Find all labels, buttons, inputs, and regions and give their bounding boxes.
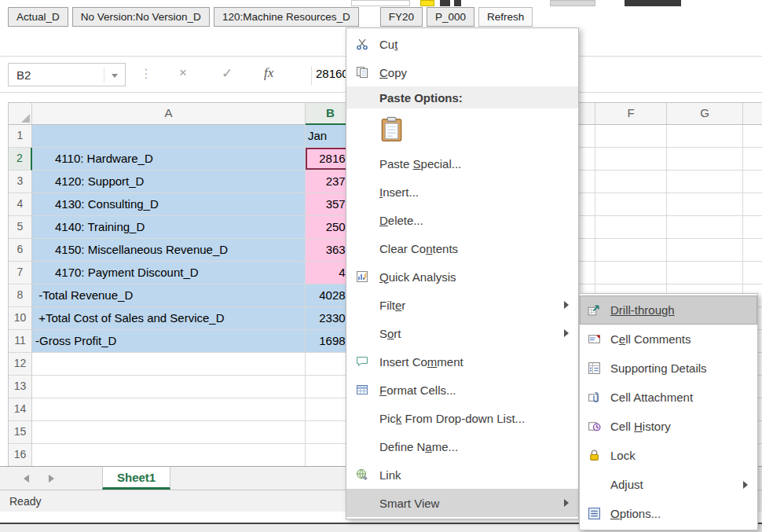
grid-cell[interactable] xyxy=(595,262,667,284)
column-header-f[interactable]: F xyxy=(595,103,667,125)
row-header-3[interactable]: 3 xyxy=(9,171,32,193)
cell-a11[interactable]: -Gross Profit_D xyxy=(32,330,306,353)
grid-cell[interactable] xyxy=(667,125,743,148)
grid-cell[interactable] xyxy=(743,148,762,171)
smartview-item-drill-through[interactable]: Drill-through xyxy=(580,295,757,325)
row-header-10[interactable]: 10 xyxy=(9,307,32,330)
row-header-16[interactable]: 16 xyxy=(9,444,32,467)
cell-a2[interactable]: 4110: Hardware_D xyxy=(32,148,306,171)
context-menu-item-delete[interactable]: Delete... xyxy=(346,206,578,234)
pov-button-no-version-no-version-d[interactable]: No Version:No Version_D xyxy=(72,7,210,27)
grid-cell[interactable] xyxy=(743,262,762,284)
grid-cell[interactable] xyxy=(595,125,667,148)
cell-a4[interactable]: 4130: Consulting_D xyxy=(32,193,306,216)
grid-cell[interactable] xyxy=(667,171,743,193)
context-menu-item-copy[interactable]: Copy xyxy=(346,58,578,86)
pov-button-120-machine-resources-d[interactable]: 120:Machine Resources_D xyxy=(214,7,359,27)
grid-cell[interactable] xyxy=(595,239,667,262)
pov-button-refresh[interactable]: Refresh xyxy=(478,7,533,27)
context-menu-item-insert[interactable]: Insert... xyxy=(346,178,578,206)
sheet-tab-sheet1[interactable]: Sheet1 xyxy=(102,467,170,490)
row-header-8[interactable]: 8 xyxy=(9,284,32,307)
grid-cell[interactable] xyxy=(743,171,762,193)
row-header-14[interactable]: 14 xyxy=(9,398,32,421)
smartview-item-options[interactable]: Options... xyxy=(580,499,757,528)
grid-cell[interactable] xyxy=(595,148,667,171)
row-header-4[interactable]: 4 xyxy=(9,193,32,216)
row-header-1[interactable]: 1 xyxy=(9,125,32,148)
grid-cell[interactable] xyxy=(743,239,762,262)
cell-a13[interactable] xyxy=(32,376,306,398)
column-header-g[interactable]: G xyxy=(667,103,743,125)
pov-button-fy20[interactable]: FY20 xyxy=(380,7,423,27)
context-menu-item-paste-options[interactable]: Paste Options: xyxy=(346,86,578,108)
grid-cell[interactable] xyxy=(595,171,667,193)
context-menu-item-format-cells[interactable]: Format Cells... xyxy=(346,376,578,404)
insert-function-icon[interactable]: fx xyxy=(264,65,273,81)
select-all-corner[interactable] xyxy=(9,103,32,125)
tab-scroll-left-icon[interactable] xyxy=(24,475,29,482)
context-menu: CutCopyPaste Options:Paste Special...Ins… xyxy=(346,28,579,519)
column-header[interactable] xyxy=(743,103,762,125)
grid-cell[interactable] xyxy=(595,216,667,239)
grid-cell[interactable] xyxy=(743,125,762,148)
formula-input[interactable]: 28160 xyxy=(316,67,349,80)
tab-scroll-right-icon[interactable] xyxy=(49,475,54,482)
context-menu-item-quick-analysis[interactable]: Quick Analysis xyxy=(346,262,578,291)
context-menu-item-paste-button[interactable] xyxy=(346,108,578,149)
cell-a3[interactable]: 4120: Support_D xyxy=(32,171,306,193)
smartview-item-adjust[interactable]: Adjust xyxy=(580,470,757,499)
cell-a14[interactable] xyxy=(32,398,306,421)
row-header-5[interactable]: 5 xyxy=(9,216,32,239)
context-menu-item-smart-view[interactable]: Smart View xyxy=(346,489,578,517)
grid-cell[interactable] xyxy=(595,193,667,216)
row-header-13[interactable]: 13 xyxy=(9,376,32,398)
cell-a8[interactable]: -Total Revenue_D xyxy=(32,284,306,307)
column-header-a[interactable]: A xyxy=(32,103,306,125)
smartview-item-lock[interactable]: Lock xyxy=(580,441,757,470)
context-menu-item-insert-comment[interactable]: Insert Comment xyxy=(346,347,578,376)
grid-cell[interactable] xyxy=(667,148,743,171)
context-menu-item-define-name[interactable]: Define Name... xyxy=(346,432,578,460)
pov-button-actual-d[interactable]: Actual_D xyxy=(8,7,68,27)
pov-button-p-000[interactable]: P_000 xyxy=(427,7,474,27)
row-header-15[interactable]: 15 xyxy=(9,421,32,444)
formula-bar-handle-icon[interactable]: ⋮ xyxy=(140,66,152,81)
enter-icon[interactable]: ✓ xyxy=(222,65,233,82)
grid-cell[interactable] xyxy=(667,193,743,216)
context-menu-item-filter[interactable]: Filter xyxy=(346,291,578,319)
context-menu-item-link[interactable]: Link xyxy=(346,460,578,489)
cell-a10[interactable]: +Total Cost of Sales and Service_D xyxy=(32,307,306,330)
grid-cell[interactable] xyxy=(667,216,743,239)
context-menu-item-paste-special[interactable]: Paste Special... xyxy=(346,149,578,178)
context-menu-item-sort[interactable]: Sort xyxy=(346,319,578,347)
cell-a7[interactable]: 4170: Payment Discount_D xyxy=(32,262,306,284)
context-menu-item-cut[interactable]: Cut xyxy=(346,30,578,58)
name-box-dropdown-icon[interactable] xyxy=(112,74,118,78)
cell-a5[interactable]: 4140: Training_D xyxy=(32,216,306,239)
context-menu-item-clear-contents[interactable]: Clear Contents xyxy=(346,234,578,262)
row-header-7[interactable]: 7 xyxy=(9,262,32,284)
cell-a15[interactable] xyxy=(32,421,306,444)
grid-cell[interactable] xyxy=(743,216,762,239)
grid-cell[interactable] xyxy=(667,239,743,262)
smartview-item-cell-comments[interactable]: Cell Comments xyxy=(580,325,757,354)
row-header-12[interactable]: 12 xyxy=(9,353,32,376)
smartview-item-cell-attachment[interactable]: Cell Attachment xyxy=(580,383,757,412)
context-menu-item-pick-from-drop-down-list[interactable]: Pick From Drop-down List... xyxy=(346,404,578,432)
cell-a16[interactable] xyxy=(32,444,306,467)
cell-a6[interactable]: 4150: Miscellaneous Revenue_D xyxy=(32,239,306,262)
smartview-item-supporting-details[interactable]: Supporting Details xyxy=(580,354,757,383)
name-box[interactable]: B2 xyxy=(8,63,126,86)
row-header-11[interactable]: 11 xyxy=(9,330,32,353)
smartview-submenu: Drill-throughCell CommentsSupporting Det… xyxy=(579,293,758,530)
row-header-6[interactable]: 6 xyxy=(9,239,32,262)
smartview-item-cell-history[interactable]: Cell History xyxy=(580,412,757,441)
grid-cell[interactable] xyxy=(743,193,762,216)
row-header-2[interactable]: 2 xyxy=(9,148,32,171)
cell-a12[interactable] xyxy=(32,353,306,376)
paste-icon[interactable] xyxy=(379,116,403,142)
grid-cell[interactable] xyxy=(667,262,743,284)
cell-a1[interactable] xyxy=(32,125,306,148)
cancel-icon[interactable]: × xyxy=(179,65,187,81)
